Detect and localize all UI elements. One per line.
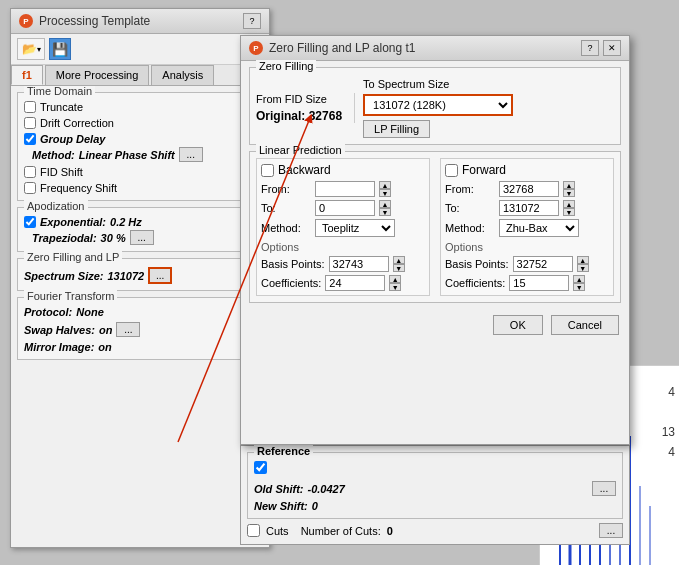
backward-from-up[interactable]: ▲ [379,181,391,189]
backward-coeff-arrows: ▲ ▼ [389,275,401,291]
backward-coeff-label: Coefficients: [261,277,321,289]
forward-from-input[interactable] [499,181,559,197]
num-cuts-value: 0 [387,525,393,537]
forward-coeff-down[interactable]: ▼ [573,283,585,291]
forward-to-down[interactable]: ▼ [563,208,575,216]
forward-col: Forward From: ▲ ▼ To: ▲ ▼ [440,158,614,296]
new-shift-value: 0 [312,500,318,512]
zf-zero-filling-section: Zero Filling From FID Size Original: 327… [249,67,621,145]
fourier-btn[interactable]: ... [116,322,140,337]
cuts-btn[interactable]: ... [599,523,623,538]
backward-to-label: To: [261,202,311,214]
forward-basis-input[interactable] [513,256,573,272]
pt-panel-content: Time Domain Truncate Drift Correction Gr… [11,86,269,534]
cancel-button[interactable]: Cancel [551,315,619,335]
group-delay-method-value: Linear Phase Shift [79,149,175,161]
forward-to-up[interactable]: ▲ [563,200,575,208]
apodization-exp-value: 0.2 Hz [110,216,142,228]
forward-basis-arrows: ▲ ▼ [577,256,589,272]
fourier-mirror-value: on [98,341,111,353]
fourier-mirror-label: Mirror Image: [24,341,94,353]
cuts-label: Cuts [266,525,289,537]
backward-basis-up[interactable]: ▲ [393,256,405,264]
time-domain-section: Time Domain Truncate Drift Correction Gr… [17,92,263,201]
backward-basis-arrows: ▲ ▼ [393,256,405,272]
forward-basis-down[interactable]: ▼ [577,264,589,272]
backward-basis-input[interactable] [329,256,389,272]
truncate-row: Truncate [24,101,256,113]
drift-correction-checkbox[interactable] [24,117,36,129]
freq-shift-checkbox[interactable] [24,182,36,194]
freq-shift-row: Frequency Shift [24,182,256,194]
forward-to-input[interactable] [499,200,559,216]
reference-section: Reference Old Shift: -0.0427 ... New Shi… [240,445,630,545]
backward-coeff-up[interactable]: ▲ [389,275,401,283]
save-button[interactable]: 💾 [49,38,71,60]
group-delay-checkbox[interactable] [24,133,36,145]
forward-checkbox[interactable] [445,164,458,177]
backward-basis-down[interactable]: ▼ [393,264,405,272]
ok-button[interactable]: OK [493,315,543,335]
open-folder-button[interactable]: 📂 ▾ [17,38,45,60]
apodization-btn[interactable]: ... [130,230,154,245]
backward-from-down[interactable]: ▼ [379,189,391,197]
backward-from-arrows: ▲ ▼ [379,181,391,197]
dialog-title-controls: ? ✕ [581,40,621,56]
backward-checkbox[interactable] [261,164,274,177]
tab-more-processing[interactable]: More Processing [45,65,150,85]
forward-to-arrows: ▲ ▼ [563,200,575,216]
from-fid-label: From FID Size [256,93,342,105]
backward-options-label: Options [261,241,425,253]
backward-coeff-input[interactable] [325,275,385,291]
fid-shift-label: FID Shift [40,166,83,178]
time-domain-label: Time Domain [24,86,95,97]
old-shift-label: Old Shift: [254,483,304,495]
dialog-question-btn[interactable]: ? [581,40,599,56]
zero-filling-btn[interactable]: ... [148,267,172,284]
forward-coeff-input[interactable] [509,275,569,291]
backward-to-input[interactable] [315,200,375,216]
forward-from-label: From: [445,183,495,195]
forward-basis-up[interactable]: ▲ [577,256,589,264]
dialog-close-btn[interactable]: ✕ [603,40,621,56]
backward-col: Backward From: ▲ ▼ To: ▲ ▼ [256,158,430,296]
group-delay-btn[interactable]: ... [179,147,203,162]
forward-title: Forward [445,163,609,177]
from-fid-section: From FID Size Original: 32768 [256,93,355,123]
pt-question-btn[interactable]: ? [243,13,261,29]
tab-f1[interactable]: f1 [11,65,43,85]
backward-to-up[interactable]: ▲ [379,200,391,208]
apodization-check-row: Exponential: 0.2 Hz [24,216,256,228]
backward-method-select[interactable]: Toeplitz Covariance [315,219,395,237]
fid-shift-checkbox[interactable] [24,166,36,178]
forward-method-row: Method: Zhu-Bax Toeplitz [445,219,609,237]
truncate-checkbox[interactable] [24,101,36,113]
to-spectrum-section: To Spectrum Size 131072 (128K) 65536 (64… [363,78,614,138]
folder-icon: 📂 [22,42,37,56]
fourier-swap-row: Swap Halves: on ... [24,322,256,337]
cuts-checkbox[interactable] [247,524,260,537]
forward-from-up[interactable]: ▲ [563,181,575,189]
svg-text:13: 13 [662,425,676,439]
backward-coeff-down[interactable]: ▼ [389,283,401,291]
backward-to-down[interactable]: ▼ [379,208,391,216]
backward-from-input[interactable] [315,181,375,197]
apodization-trap-value: 30 % [101,232,126,244]
fourier-label: Fourier Transform [24,290,117,302]
tab-analysis[interactable]: Analysis [151,65,214,85]
backward-coeff-row: Coefficients: ▲ ▼ [261,275,425,291]
forward-to-row: To: ▲ ▼ [445,200,609,216]
forward-coeff-arrows: ▲ ▼ [573,275,585,291]
apodization-checkbox[interactable] [24,216,36,228]
spectrum-size-select[interactable]: 131072 (128K) 65536 (64K) 32768 (32K) 16… [363,94,513,116]
forward-coeff-up[interactable]: ▲ [573,275,585,283]
reference-btn[interactable]: ... [592,481,616,496]
forward-from-down[interactable]: ▼ [563,189,575,197]
truncate-label: Truncate [40,101,83,113]
reference-group: Reference Old Shift: -0.0427 ... New Shi… [247,452,623,519]
backward-label: Backward [278,163,331,177]
forward-method-select[interactable]: Zhu-Bax Toeplitz [499,219,579,237]
lp-filling-button[interactable]: LP Filling [363,120,430,138]
reference-checkbox[interactable] [254,461,267,474]
zero-filling-section: Zero Filling and LP Spectrum Size: 13107… [17,258,263,291]
